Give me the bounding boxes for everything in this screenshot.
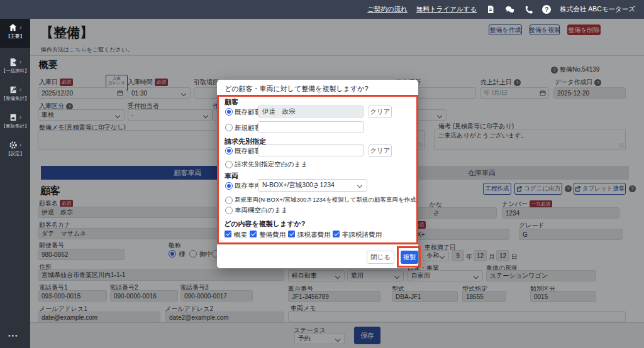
sidebar-item-label: 【設定】 [0, 151, 30, 157]
help-icon[interactable]: ? [542, 5, 551, 14]
free-trial-link[interactable]: 無料トライアルする [416, 5, 477, 14]
gear-icon [9, 141, 18, 150]
contract-flow-link[interactable]: ご契約の流れ [367, 5, 408, 14]
billing-blank-label: 請求先別指定空白のまま [235, 160, 308, 169]
clear-customer-button[interactable]: クリア [369, 106, 392, 118]
existing-vehicle-select[interactable]: N-BOX+/宮城300さ1234 [258, 179, 367, 192]
clear-billing-button[interactable]: クリア [369, 144, 392, 157]
phone-icon[interactable] [523, 4, 533, 14]
seibi-cost-checkbox[interactable] [250, 231, 257, 237]
billing-blank-radio[interactable] [225, 161, 233, 168]
select-value: N-BOX+/宮城300さ1234 [262, 181, 335, 190]
sidebar-item-label: 【一括抽出】 [0, 68, 30, 74]
modal-vehicle-heading: 車両 [225, 171, 238, 181]
button-label: 閉じる [370, 253, 391, 262]
vehicle-blank-label: 車両欄空白のまま [235, 206, 288, 215]
modal-title: どの顧客・車両に対して整備を複製しますか? [225, 84, 369, 94]
button-label: 複製 [403, 253, 416, 262]
vehicle-blank-radio[interactable] [225, 207, 233, 214]
billing-existing-radio[interactable] [225, 147, 233, 155]
existing-vehicle-radio[interactable] [225, 182, 233, 190]
existing-customer-label: 既存顧客 [235, 108, 261, 117]
button-label: クリア [370, 107, 390, 116]
duplicate-button[interactable]: 複製 [401, 251, 418, 264]
sidebar-item-settings[interactable]: › 【設定】 [0, 137, 30, 165]
modal-customer-heading: 顧客 [225, 97, 238, 107]
new-customer-label: 新規顧客 [235, 124, 261, 133]
overview-checkbox[interactable] [225, 231, 231, 237]
book-wrench-icon [9, 85, 18, 94]
nontaxable-cost-checkbox-label: 非課税諸費用 [342, 231, 382, 239]
input-value: 伊達 政宗 [262, 107, 296, 116]
close-button[interactable]: 閉じる [367, 251, 394, 264]
sidebar-more-button[interactable]: ••• [8, 332, 19, 339]
sidebar-item-label: 【主要】 [0, 33, 30, 40]
sidebar-item-sales-summary[interactable]: › 【車販集計】 [0, 109, 30, 137]
sidebar-item-main[interactable]: › 【主要】 [0, 19, 30, 48]
billing-existing-label: 既存顧客 [235, 147, 261, 156]
sidebar: › 【主要】 › 【一括抽出】 › 【整備集計】 › 【車販集計】 › 【設定】… [0, 19, 30, 348]
home-icon [8, 23, 18, 32]
sidebar-item-label: 【車販集計】 [0, 123, 30, 129]
chevron-right-icon: › [19, 87, 21, 93]
duplicate-modal: どの顧客・車両に対して整備を複製しますか? 顧客 既存顧客 伊達 政宗 クリア … [217, 80, 418, 268]
new-vehicle-label: 新規車両(N-BOX+/宮城300さ1234を複製して新規の顧客車両を作成) [235, 196, 418, 204]
invoice-icon[interactable] [486, 4, 496, 14]
button-label: クリア [370, 146, 390, 155]
book-car-icon [9, 113, 18, 122]
chat-icon[interactable] [504, 4, 514, 14]
new-vehicle-radio[interactable] [225, 197, 233, 204]
chevron-right-icon: › [19, 114, 21, 121]
nontaxable-cost-checkbox[interactable] [333, 231, 340, 237]
sidebar-item-seibi-summary[interactable]: › 【整備集計】 [0, 82, 30, 109]
billing-existing-input[interactable] [258, 144, 364, 156]
taxable-cost-checkbox-label: 課税書費用 [297, 231, 331, 239]
content-question: どの内容を複製しますか? [224, 219, 306, 229]
chevron-right-icon: › [19, 24, 21, 31]
sidebar-item-batch-extract[interactable]: › 【一括抽出】 [0, 54, 30, 82]
existing-customer-radio[interactable] [225, 108, 233, 116]
sidebar-item-label: 【整備集計】 [0, 95, 30, 102]
top-navbar: ご契約の流れ 無料トライアルする ? 株式会社 ABCモーターズ [0, 0, 644, 19]
new-customer-radio[interactable] [225, 124, 233, 131]
chevron-right-icon: › [19, 59, 21, 65]
new-customer-input[interactable] [258, 121, 364, 133]
taxable-cost-checkbox[interactable] [288, 231, 295, 237]
modal-footer-divider [217, 244, 418, 245]
company-name: 株式会社 ABCモーターズ [560, 5, 635, 14]
overview-checkbox-label: 概要 [234, 231, 247, 239]
existing-vehicle-label: 既存車両 [235, 182, 261, 190]
document-export-icon [9, 58, 18, 67]
chevron-right-icon: › [19, 142, 21, 148]
seibi-cost-checkbox-label: 整備費用 [259, 231, 286, 239]
existing-customer-input[interactable]: 伊達 政宗 [258, 106, 364, 117]
